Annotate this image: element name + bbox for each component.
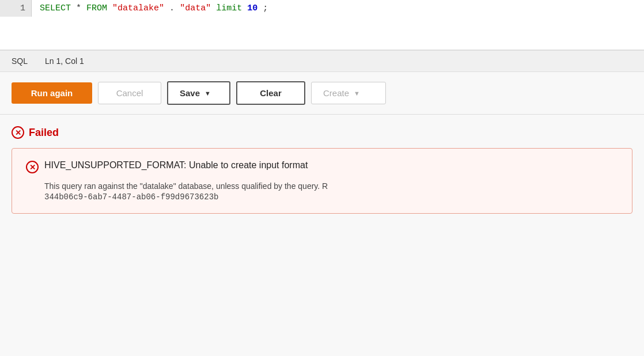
- save-button[interactable]: Save ▼: [167, 81, 230, 105]
- failed-header: ✕ Failed: [12, 126, 632, 139]
- run-again-button[interactable]: Run again: [12, 82, 92, 104]
- lang-label: SQL: [12, 56, 28, 66]
- error-box: ✕ HIVE_UNSUPPORTED_FORMAT: Unable to cre…: [12, 148, 632, 214]
- str-datalake: "datalake": [112, 3, 164, 13]
- clear-button[interactable]: Clear: [236, 81, 305, 105]
- save-label: Save: [180, 88, 200, 98]
- save-dropdown-arrow: ▼: [204, 90, 211, 97]
- line-number-1: 1: [0, 0, 32, 17]
- code-line-1[interactable]: 1 SELECT * FROM "datalake" . "data" limi…: [0, 0, 644, 18]
- line-content-1[interactable]: SELECT * FROM "datalake" . "data" limit …: [32, 0, 644, 17]
- create-label: Create: [323, 88, 349, 98]
- plain-dot: .: [169, 3, 175, 13]
- error-description: This query ran against the "datalake" da…: [44, 180, 618, 192]
- error-title-row: ✕ HIVE_UNSUPPORTED_FORMAT: Unable to cre…: [26, 160, 618, 173]
- failed-icon: ✕: [12, 126, 24, 139]
- error-title: HIVE_UNSUPPORTED_FORMAT: Unable to creat…: [44, 160, 308, 171]
- plain-semi: ;: [263, 3, 268, 13]
- cancel-button[interactable]: Cancel: [98, 82, 161, 104]
- error-icon: ✕: [26, 161, 39, 173]
- create-dropdown-arrow: ▼: [354, 90, 360, 97]
- error-query-id: 344b06c9-6ab7-4487-ab06-f99d9673623b: [44, 192, 618, 202]
- editor-empty-area[interactable]: [0, 18, 644, 50]
- results-area: ✕ Failed ✕ HIVE_UNSUPPORTED_FORMAT: Unab…: [0, 115, 644, 214]
- kw-select: SELECT: [40, 3, 71, 13]
- editor-area: 1 SELECT * FROM "datalake" . "data" limi…: [0, 0, 644, 51]
- kw-limit: limit: [216, 3, 242, 13]
- error-body: This query ran against the "datalake" da…: [26, 180, 618, 202]
- kw-from: FROM: [86, 3, 107, 13]
- toolbar: Run again Cancel Save ▼ Clear Create ▼: [0, 72, 644, 115]
- str-data: "data": [180, 3, 211, 13]
- status-bar: SQL Ln 1, Col 1: [0, 51, 644, 72]
- position-label: Ln 1, Col 1: [45, 56, 84, 66]
- num-10: 10: [247, 3, 257, 13]
- plain-star: *: [76, 3, 86, 13]
- create-button[interactable]: Create ▼: [311, 82, 386, 104]
- failed-text: Failed: [29, 127, 59, 139]
